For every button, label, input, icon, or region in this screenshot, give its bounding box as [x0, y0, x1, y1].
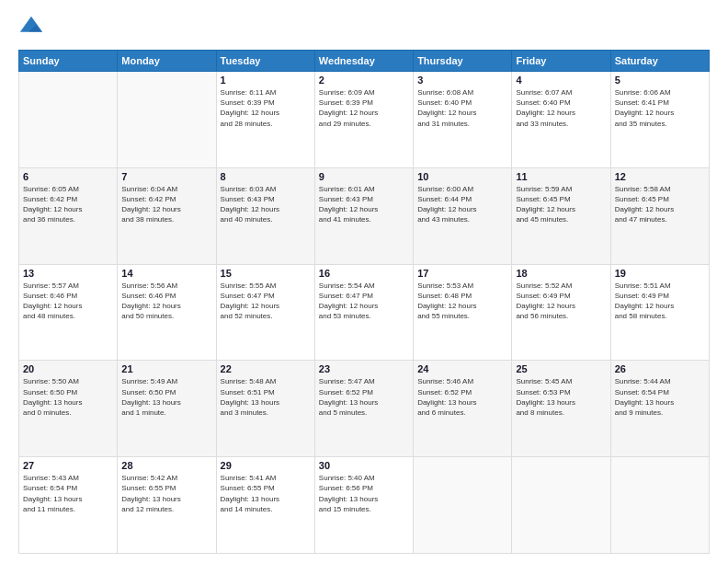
- day-info: Sunrise: 5:46 AM Sunset: 6:52 PM Dayligh…: [417, 376, 507, 418]
- logo: [18, 15, 48, 40]
- calendar-cell: [19, 72, 118, 168]
- page: SundayMondayTuesdayWednesdayThursdayFrid…: [0, 0, 728, 563]
- day-info: Sunrise: 5:42 AM Sunset: 6:55 PM Dayligh…: [121, 473, 211, 514]
- day-number: 14: [121, 268, 211, 279]
- day-number: 21: [121, 363, 211, 374]
- calendar-cell: 19Sunrise: 5:51 AM Sunset: 6:49 PM Dayli…: [610, 264, 709, 361]
- day-info: Sunrise: 5:47 AM Sunset: 6:52 PM Dayligh…: [319, 376, 409, 418]
- day-info: Sunrise: 6:05 AM Sunset: 6:42 PM Dayligh…: [23, 184, 113, 225]
- calendar-cell: 25Sunrise: 5:45 AM Sunset: 6:53 PM Dayli…: [512, 361, 610, 457]
- calendar-cell: 1Sunrise: 6:11 AM Sunset: 6:39 PM Daylig…: [216, 72, 314, 168]
- day-info: Sunrise: 6:09 AM Sunset: 6:39 PM Dayligh…: [319, 87, 409, 129]
- calendar-cell: 12Sunrise: 5:58 AM Sunset: 6:45 PM Dayli…: [610, 167, 709, 264]
- day-info: Sunrise: 5:40 AM Sunset: 6:56 PM Dayligh…: [319, 473, 409, 514]
- calendar: SundayMondayTuesdayWednesdayThursdayFrid…: [18, 50, 710, 554]
- day-info: Sunrise: 5:59 AM Sunset: 6:45 PM Dayligh…: [516, 184, 606, 225]
- calendar-cell: 15Sunrise: 5:55 AM Sunset: 6:47 PM Dayli…: [216, 264, 314, 361]
- day-info: Sunrise: 5:44 AM Sunset: 6:54 PM Dayligh…: [615, 376, 705, 418]
- calendar-cell: [118, 72, 216, 168]
- calendar-cell: 20Sunrise: 5:50 AM Sunset: 6:50 PM Dayli…: [19, 361, 118, 457]
- day-number: 24: [417, 363, 507, 374]
- day-number: 15: [221, 268, 311, 279]
- day-number: 2: [319, 75, 409, 86]
- calendar-cell: 10Sunrise: 6:00 AM Sunset: 6:44 PM Dayli…: [414, 167, 512, 264]
- day-info: Sunrise: 5:48 AM Sunset: 6:51 PM Dayligh…: [221, 376, 311, 418]
- calendar-cell: 28Sunrise: 5:42 AM Sunset: 6:55 PM Dayli…: [118, 457, 216, 554]
- day-header-wednesday: Wednesday: [314, 51, 413, 72]
- day-number: 30: [319, 460, 409, 471]
- calendar-cell: 4Sunrise: 6:07 AM Sunset: 6:40 PM Daylig…: [512, 72, 610, 168]
- week-row-4: 20Sunrise: 5:50 AM Sunset: 6:50 PM Dayli…: [19, 361, 710, 457]
- header: [18, 15, 710, 40]
- day-info: Sunrise: 5:55 AM Sunset: 6:47 PM Dayligh…: [221, 281, 311, 322]
- day-info: Sunrise: 5:41 AM Sunset: 6:55 PM Dayligh…: [221, 473, 311, 514]
- day-number: 5: [615, 75, 705, 86]
- calendar-cell: 27Sunrise: 5:43 AM Sunset: 6:54 PM Dayli…: [19, 457, 118, 554]
- calendar-cell: [414, 457, 512, 554]
- day-number: 16: [319, 268, 409, 279]
- calendar-cell: 6Sunrise: 6:05 AM Sunset: 6:42 PM Daylig…: [19, 167, 118, 264]
- day-number: 10: [417, 171, 507, 182]
- calendar-header-row: SundayMondayTuesdayWednesdayThursdayFrid…: [19, 51, 710, 72]
- day-header-friday: Friday: [512, 51, 610, 72]
- day-info: Sunrise: 5:57 AM Sunset: 6:46 PM Dayligh…: [23, 281, 113, 322]
- day-number: 13: [23, 268, 113, 279]
- day-info: Sunrise: 6:03 AM Sunset: 6:43 PM Dayligh…: [221, 184, 311, 225]
- day-number: 26: [615, 363, 705, 374]
- calendar-cell: 9Sunrise: 6:01 AM Sunset: 6:43 PM Daylig…: [314, 167, 413, 264]
- day-info: Sunrise: 5:58 AM Sunset: 6:45 PM Dayligh…: [615, 184, 705, 225]
- day-number: 27: [23, 460, 113, 471]
- calendar-cell: 24Sunrise: 5:46 AM Sunset: 6:52 PM Dayli…: [414, 361, 512, 457]
- day-info: Sunrise: 5:51 AM Sunset: 6:49 PM Dayligh…: [615, 281, 705, 322]
- day-header-monday: Monday: [118, 51, 216, 72]
- day-info: Sunrise: 5:43 AM Sunset: 6:54 PM Dayligh…: [23, 473, 113, 514]
- day-number: 23: [319, 363, 409, 374]
- week-row-1: 1Sunrise: 6:11 AM Sunset: 6:39 PM Daylig…: [19, 72, 710, 168]
- day-info: Sunrise: 6:04 AM Sunset: 6:42 PM Dayligh…: [121, 184, 211, 225]
- day-number: 3: [417, 75, 507, 86]
- calendar-cell: 21Sunrise: 5:49 AM Sunset: 6:50 PM Dayli…: [118, 361, 216, 457]
- day-info: Sunrise: 5:52 AM Sunset: 6:49 PM Dayligh…: [516, 281, 606, 322]
- day-header-tuesday: Tuesday: [216, 51, 314, 72]
- day-number: 12: [615, 171, 705, 182]
- calendar-cell: 7Sunrise: 6:04 AM Sunset: 6:42 PM Daylig…: [118, 167, 216, 264]
- calendar-cell: 5Sunrise: 6:06 AM Sunset: 6:41 PM Daylig…: [610, 72, 709, 168]
- calendar-cell: 8Sunrise: 6:03 AM Sunset: 6:43 PM Daylig…: [216, 167, 314, 264]
- day-number: 6: [23, 171, 113, 182]
- calendar-cell: 11Sunrise: 5:59 AM Sunset: 6:45 PM Dayli…: [512, 167, 610, 264]
- calendar-cell: 13Sunrise: 5:57 AM Sunset: 6:46 PM Dayli…: [19, 264, 118, 361]
- week-row-2: 6Sunrise: 6:05 AM Sunset: 6:42 PM Daylig…: [19, 167, 710, 264]
- calendar-cell: [610, 457, 709, 554]
- day-info: Sunrise: 5:45 AM Sunset: 6:53 PM Dayligh…: [516, 376, 606, 418]
- day-info: Sunrise: 6:06 AM Sunset: 6:41 PM Dayligh…: [615, 87, 705, 129]
- day-info: Sunrise: 5:53 AM Sunset: 6:48 PM Dayligh…: [417, 281, 507, 322]
- day-header-thursday: Thursday: [414, 51, 512, 72]
- day-number: 1: [221, 75, 311, 86]
- calendar-cell: 18Sunrise: 5:52 AM Sunset: 6:49 PM Dayli…: [512, 264, 610, 361]
- day-info: Sunrise: 5:49 AM Sunset: 6:50 PM Dayligh…: [121, 376, 211, 418]
- day-info: Sunrise: 6:11 AM Sunset: 6:39 PM Dayligh…: [221, 87, 311, 129]
- day-number: 19: [615, 268, 705, 279]
- day-info: Sunrise: 6:08 AM Sunset: 6:40 PM Dayligh…: [417, 87, 507, 129]
- day-number: 7: [121, 171, 211, 182]
- calendar-cell: 29Sunrise: 5:41 AM Sunset: 6:55 PM Dayli…: [216, 457, 314, 554]
- day-number: 22: [221, 363, 311, 374]
- day-header-sunday: Sunday: [19, 51, 118, 72]
- day-info: Sunrise: 6:07 AM Sunset: 6:40 PM Dayligh…: [516, 87, 606, 129]
- calendar-cell: 3Sunrise: 6:08 AM Sunset: 6:40 PM Daylig…: [414, 72, 512, 168]
- calendar-cell: 2Sunrise: 6:09 AM Sunset: 6:39 PM Daylig…: [314, 72, 413, 168]
- calendar-cell: 16Sunrise: 5:54 AM Sunset: 6:47 PM Dayli…: [314, 264, 413, 361]
- day-number: 20: [23, 363, 113, 374]
- calendar-cell: 22Sunrise: 5:48 AM Sunset: 6:51 PM Dayli…: [216, 361, 314, 457]
- day-number: 11: [516, 171, 606, 182]
- day-info: Sunrise: 6:00 AM Sunset: 6:44 PM Dayligh…: [417, 184, 507, 225]
- day-number: 29: [221, 460, 311, 471]
- week-row-5: 27Sunrise: 5:43 AM Sunset: 6:54 PM Dayli…: [19, 457, 710, 554]
- calendar-cell: 14Sunrise: 5:56 AM Sunset: 6:46 PM Dayli…: [118, 264, 216, 361]
- day-number: 8: [221, 171, 311, 182]
- day-info: Sunrise: 6:01 AM Sunset: 6:43 PM Dayligh…: [319, 184, 409, 225]
- calendar-cell: 17Sunrise: 5:53 AM Sunset: 6:48 PM Dayli…: [414, 264, 512, 361]
- day-header-saturday: Saturday: [610, 51, 709, 72]
- day-number: 18: [516, 268, 606, 279]
- day-number: 9: [319, 171, 409, 182]
